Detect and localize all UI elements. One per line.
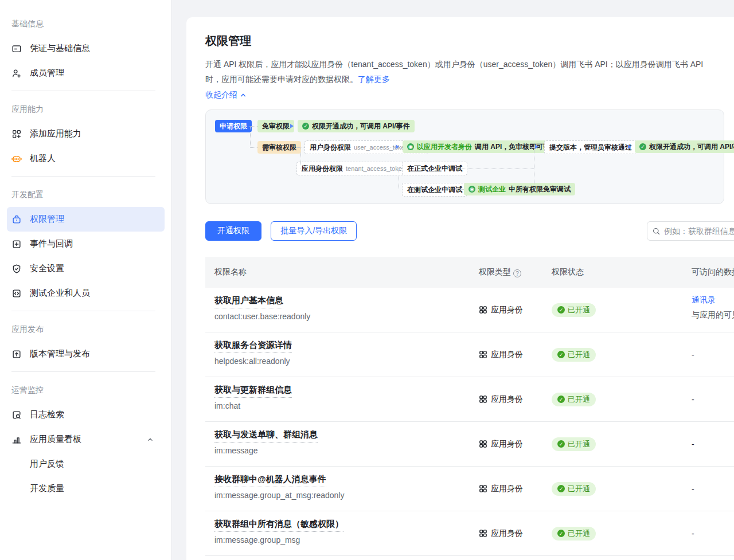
permission-table: 权限名称 权限类型? 权限状态 可访问的数据 获取用户基本信息 contact:… [205, 257, 734, 560]
permission-type-cell: 应用身份 [479, 528, 523, 539]
status-badge: ✓已开通 [552, 348, 596, 362]
sidebar-item-add-capability[interactable]: 添加应用能力 [7, 122, 165, 146]
sidebar-item-members[interactable]: 成员管理 [7, 61, 165, 85]
table-row: 获取群组中所有消息（敏感权限） im:message.group_msg 应用身… [205, 511, 734, 556]
sidebar-item-label: 机器人 [30, 153, 56, 164]
flow-no-review-node: 免审权限 [257, 120, 294, 132]
bar-chart-icon [11, 434, 22, 445]
sidebar-item-label: 版本管理与发布 [30, 348, 90, 359]
check-circle-icon: ✓ [557, 306, 565, 314]
arrow-right-icon [290, 124, 294, 128]
table-row: 获取服务台资源详情 helpdesk:all:readonly 应用身份 ✓已开… [205, 332, 734, 377]
accessible-data-cell: - [692, 440, 694, 449]
permission-code: im:chat [214, 401, 479, 410]
check-circle-icon: ✓ [557, 440, 565, 448]
chevron-up-icon [240, 92, 247, 99]
permission-title[interactable]: 获取群组中所有消息（敏感权限） [214, 519, 343, 532]
permission-title[interactable]: 获取服务台资源详情 [214, 340, 292, 353]
collapse-intro-link[interactable]: 收起介绍 [205, 90, 734, 100]
table-row: 获取与发送单聊、群组消息 im:message 应用身份 ✓已开通 - [205, 422, 734, 467]
sidebar-item-quality-board[interactable]: 应用质量看板 [7, 427, 165, 452]
debug-icon: ◉ [468, 186, 475, 193]
header-permission-type: 权限类型? [479, 267, 552, 278]
permission-type-cell: 应用身份 [479, 484, 523, 494]
app-identity-icon [479, 484, 487, 493]
status-badge: ✓已开通 [552, 527, 596, 541]
app-identity-icon [479, 350, 487, 359]
log-search-icon [11, 410, 22, 420]
page-title: 权限管理 [205, 33, 734, 49]
flow-success-node: ✓权限开通成功，可调用 API/事件 [298, 120, 415, 132]
arrow-right-icon [396, 144, 399, 149]
sidebar-item-label: 日志检索 [30, 409, 64, 420]
help-question-icon[interactable]: ? [513, 269, 521, 277]
status-badge: ✓已开通 [552, 437, 596, 451]
status-badge: ✓已开通 [552, 303, 596, 317]
app-identity-icon [479, 440, 487, 448]
section-header-dev-config: 开发配置 [0, 182, 171, 207]
sidebar-item-events[interactable]: 事件与回调 [7, 232, 165, 256]
divider [0, 85, 171, 97]
batch-import-export-button[interactable]: 批量导入/导出权限 [271, 221, 357, 241]
permission-title[interactable]: 获取与发送单聊、群组消息 [214, 429, 318, 442]
main-content: 权限管理 开通 API 权限后，应用才能以应用身份（tenant_access_… [186, 17, 734, 560]
permission-title[interactable]: 获取与更新群组信息 [214, 385, 292, 398]
connector [396, 169, 402, 169]
check-circle-icon: ✓ [557, 485, 565, 492]
connector [244, 126, 257, 127]
sidebar-item-test-corp[interactable]: 测试企业和人员 [7, 281, 165, 306]
page-description: 开通 API 权限后，应用才能以应用身份（tenant_access_token… [205, 57, 721, 87]
sidebar-item-security[interactable]: 安全设置 [7, 256, 165, 281]
permission-type-cell: 应用身份 [479, 394, 523, 405]
permission-title[interactable]: 接收群聊中@机器人消息事件 [214, 474, 326, 487]
permission-type-cell: 应用身份 [479, 350, 523, 360]
divider [0, 171, 171, 182]
open-permission-button[interactable]: 开通权限 [205, 221, 261, 241]
permission-title[interactable]: 获取用户基本信息 [214, 295, 283, 308]
sidebar-item-version-release[interactable]: 版本管理与发布 [7, 342, 165, 366]
section-header-capabilities: 应用能力 [0, 97, 171, 122]
flow-debug-test-node: 在测试企业中调试 [402, 183, 467, 197]
contacts-link[interactable]: 通讯录 [692, 295, 716, 304]
sidebar-subitem-user-feedback[interactable]: 用户反馈 [0, 452, 171, 476]
sidebar-subitem-dev-quality[interactable]: 开发质量 [0, 476, 171, 501]
permission-code: im:message.group_msg [214, 535, 479, 545]
sidebar-item-label: 添加应用能力 [30, 128, 81, 139]
header-permission-name: 权限名称 [205, 267, 479, 277]
grid-plus-icon [11, 129, 22, 139]
accessible-data-cell: - [692, 395, 694, 404]
accessible-data-cell: - [692, 529, 694, 538]
permission-search-box[interactable] [647, 221, 734, 241]
sidebar-item-permissions[interactable]: 权限管理 [7, 207, 165, 232]
shield-check-icon [11, 264, 22, 274]
table-row: 接收群聊中@机器人消息事件 im:message.group_at_msg:re… [205, 467, 734, 511]
code-brackets-icon [11, 288, 22, 299]
chevron-up-icon[interactable] [146, 436, 154, 444]
permission-flow-diagram: 申请权限 免审权限 ✓权限开通成功，可调用 API/事件 需审核权限 用户身份权… [205, 109, 724, 204]
permission-code: helpdesk:all:readonly [214, 357, 479, 366]
table-row: 读取用户发给机器人的单聊消息（敏感权限） [205, 556, 734, 560]
app-identity-icon [479, 395, 487, 404]
status-badge: ✓已开通 [552, 393, 596, 406]
app-identity-icon [479, 529, 487, 538]
search-input[interactable] [664, 226, 734, 236]
sidebar-item-label: 应用质量看板 [30, 434, 81, 445]
sidebar-item-log-search[interactable]: 日志检索 [7, 402, 165, 427]
sidebar-item-label: 事件与回调 [30, 238, 73, 249]
connector [250, 147, 257, 148]
toolbar: 开通权限 批量导入/导出权限 [205, 221, 734, 241]
connector [300, 147, 301, 169]
section-header-release: 应用发布 [0, 317, 171, 342]
sidebar-item-bot[interactable]: 机器人 [7, 146, 165, 171]
sidebar-item-credentials[interactable]: 凭证与基础信息 [7, 36, 165, 61]
flow-need-review-node: 需审核权限 [257, 141, 301, 154]
arrow-right-icon [628, 144, 631, 149]
header-permission-status: 权限状态 [552, 267, 692, 277]
event-plus-icon [11, 239, 22, 249]
publish-arrow-icon [11, 349, 22, 359]
learn-more-link[interactable]: 了解更多 [358, 75, 390, 84]
sidebar-item-label: 凭证与基础信息 [30, 43, 90, 54]
check-circle-icon: ✓ [639, 143, 646, 150]
connector [534, 147, 534, 190]
permission-code: im:message [214, 446, 479, 455]
